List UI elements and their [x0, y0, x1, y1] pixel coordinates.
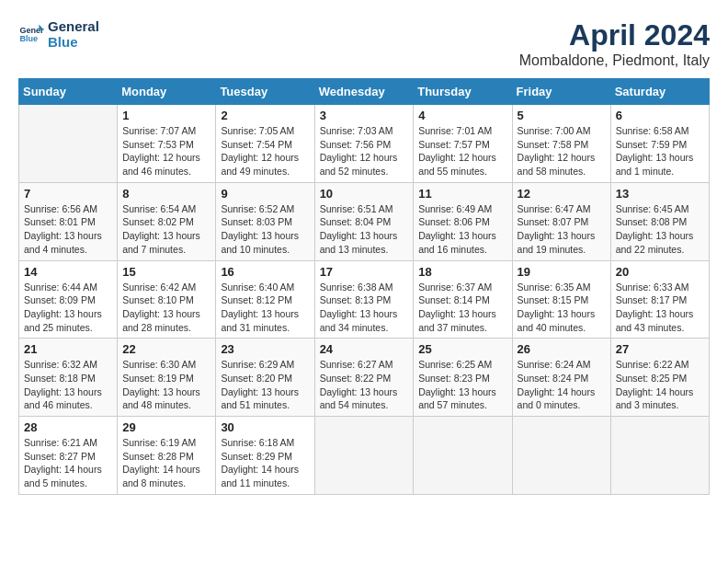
day-info: Sunrise: 6:51 AMSunset: 8:04 PMDaylight:… — [320, 202, 409, 257]
day-info: Sunrise: 6:18 AMSunset: 8:29 PMDaylight:… — [221, 436, 309, 490]
col-header-wednesday: Wednesday — [314, 79, 414, 105]
day-number: 4 — [418, 109, 506, 122]
header: General Blue General Blue April 2024 Mom… — [18, 18, 710, 69]
calendar-cell — [414, 417, 512, 495]
day-number: 1 — [122, 109, 210, 122]
day-info: Sunrise: 6:27 AMSunset: 8:22 PMDaylight:… — [320, 358, 409, 412]
day-info: Sunrise: 6:56 AMSunset: 8:01 PMDaylight:… — [24, 202, 112, 257]
calendar-table: SundayMondayTuesdayWednesdayThursdayFrid… — [18, 78, 710, 495]
calendar-cell — [512, 417, 610, 495]
day-info: Sunrise: 6:58 AMSunset: 7:59 PMDaylight:… — [616, 124, 704, 178]
day-number: 24 — [320, 342, 409, 356]
calendar-cell: 26Sunrise: 6:24 AMSunset: 8:24 PMDayligh… — [512, 339, 610, 417]
calendar-cell: 12Sunrise: 6:47 AMSunset: 8:07 PMDayligh… — [512, 182, 610, 260]
calendar-cell: 16Sunrise: 6:40 AMSunset: 8:12 PMDayligh… — [216, 260, 314, 339]
calendar-cell: 7Sunrise: 6:56 AMSunset: 8:01 PMDaylight… — [19, 182, 118, 260]
calendar-cell: 21Sunrise: 6:32 AMSunset: 8:18 PMDayligh… — [19, 339, 118, 417]
day-number: 2 — [221, 109, 309, 122]
day-number: 20 — [616, 265, 704, 279]
calendar-cell — [610, 417, 709, 495]
day-number: 9 — [221, 187, 309, 201]
title-area: April 2024 Mombaldone, Piedmont, Italy — [519, 18, 710, 69]
day-number: 28 — [24, 420, 112, 434]
calendar-cell — [314, 417, 414, 495]
day-info: Sunrise: 6:37 AMSunset: 8:14 PMDaylight:… — [418, 281, 506, 335]
logo-general: General — [48, 18, 99, 34]
day-info: Sunrise: 6:49 AMSunset: 8:06 PMDaylight:… — [418, 202, 506, 257]
day-number: 6 — [616, 109, 704, 122]
day-info: Sunrise: 6:52 AMSunset: 8:03 PMDaylight:… — [221, 202, 309, 257]
day-info: Sunrise: 7:01 AMSunset: 7:57 PMDaylight:… — [418, 124, 506, 178]
calendar-cell: 8Sunrise: 6:54 AMSunset: 8:02 PMDaylight… — [118, 182, 216, 260]
week-row-1: 1Sunrise: 7:07 AMSunset: 7:53 PMDaylight… — [19, 105, 710, 183]
week-row-5: 28Sunrise: 6:21 AMSunset: 8:27 PMDayligh… — [19, 417, 710, 495]
calendar-cell — [19, 105, 118, 183]
day-info: Sunrise: 6:45 AMSunset: 8:08 PMDaylight:… — [616, 202, 704, 257]
day-number: 8 — [122, 187, 210, 201]
calendar-cell: 29Sunrise: 6:19 AMSunset: 8:28 PMDayligh… — [118, 417, 216, 495]
logo-icon: General Blue — [18, 21, 44, 47]
day-number: 3 — [320, 109, 409, 122]
day-number: 12 — [518, 187, 606, 201]
calendar-cell: 9Sunrise: 6:52 AMSunset: 8:03 PMDaylight… — [216, 182, 314, 260]
col-header-tuesday: Tuesday — [216, 79, 314, 105]
day-info: Sunrise: 6:42 AMSunset: 8:10 PMDaylight:… — [122, 281, 210, 335]
day-number: 13 — [616, 187, 704, 201]
calendar-cell: 2Sunrise: 7:05 AMSunset: 7:54 PMDaylight… — [216, 105, 314, 183]
calendar-cell: 20Sunrise: 6:33 AMSunset: 8:17 PMDayligh… — [610, 260, 709, 339]
day-number: 16 — [221, 265, 309, 279]
calendar-cell: 30Sunrise: 6:18 AMSunset: 8:29 PMDayligh… — [216, 417, 314, 495]
calendar-cell: 18Sunrise: 6:37 AMSunset: 8:14 PMDayligh… — [414, 260, 512, 339]
svg-text:Blue: Blue — [19, 34, 38, 43]
calendar-cell: 10Sunrise: 6:51 AMSunset: 8:04 PMDayligh… — [314, 182, 414, 260]
day-info: Sunrise: 6:30 AMSunset: 8:19 PMDaylight:… — [122, 358, 210, 412]
logo: General Blue General Blue — [18, 18, 99, 50]
day-number: 30 — [221, 420, 309, 434]
calendar-cell: 13Sunrise: 6:45 AMSunset: 8:08 PMDayligh… — [610, 182, 709, 260]
day-info: Sunrise: 6:54 AMSunset: 8:02 PMDaylight:… — [122, 202, 210, 257]
day-number: 14 — [24, 265, 112, 279]
day-number: 7 — [24, 187, 112, 201]
logo-blue: Blue — [48, 34, 99, 50]
calendar-cell: 1Sunrise: 7:07 AMSunset: 7:53 PMDaylight… — [118, 105, 216, 183]
day-info: Sunrise: 6:35 AMSunset: 8:15 PMDaylight:… — [518, 281, 606, 335]
calendar-cell: 3Sunrise: 7:03 AMSunset: 7:56 PMDaylight… — [314, 105, 414, 183]
calendar-cell: 11Sunrise: 6:49 AMSunset: 8:06 PMDayligh… — [414, 182, 512, 260]
col-header-friday: Friday — [512, 79, 610, 105]
month-title: April 2024 — [519, 18, 710, 52]
day-info: Sunrise: 7:03 AMSunset: 7:56 PMDaylight:… — [320, 124, 409, 178]
day-number: 5 — [518, 109, 606, 122]
day-number: 11 — [418, 187, 506, 201]
calendar-cell: 25Sunrise: 6:25 AMSunset: 8:23 PMDayligh… — [414, 339, 512, 417]
calendar-cell: 19Sunrise: 6:35 AMSunset: 8:15 PMDayligh… — [512, 260, 610, 339]
location: Mombaldone, Piedmont, Italy — [519, 52, 710, 69]
day-number: 17 — [320, 265, 409, 279]
calendar-cell: 14Sunrise: 6:44 AMSunset: 8:09 PMDayligh… — [19, 260, 118, 339]
day-number: 10 — [320, 187, 409, 201]
day-info: Sunrise: 6:38 AMSunset: 8:13 PMDaylight:… — [320, 281, 409, 335]
col-header-monday: Monday — [118, 79, 216, 105]
day-number: 15 — [122, 265, 210, 279]
col-header-thursday: Thursday — [414, 79, 512, 105]
calendar-cell: 27Sunrise: 6:22 AMSunset: 8:25 PMDayligh… — [610, 339, 709, 417]
col-header-saturday: Saturday — [610, 79, 709, 105]
day-number: 21 — [24, 342, 112, 356]
day-number: 29 — [122, 420, 210, 434]
day-info: Sunrise: 7:00 AMSunset: 7:58 PMDaylight:… — [518, 124, 606, 178]
calendar-cell: 28Sunrise: 6:21 AMSunset: 8:27 PMDayligh… — [19, 417, 118, 495]
day-info: Sunrise: 6:44 AMSunset: 8:09 PMDaylight:… — [24, 281, 112, 335]
day-number: 23 — [221, 342, 309, 356]
day-number: 26 — [518, 342, 606, 356]
day-info: Sunrise: 6:24 AMSunset: 8:24 PMDaylight:… — [518, 358, 606, 412]
col-header-sunday: Sunday — [19, 79, 118, 105]
calendar-cell: 6Sunrise: 6:58 AMSunset: 7:59 PMDaylight… — [610, 105, 709, 183]
day-info: Sunrise: 7:07 AMSunset: 7:53 PMDaylight:… — [122, 124, 210, 178]
day-number: 27 — [616, 342, 704, 356]
calendar-cell: 24Sunrise: 6:27 AMSunset: 8:22 PMDayligh… — [314, 339, 414, 417]
week-row-2: 7Sunrise: 6:56 AMSunset: 8:01 PMDaylight… — [19, 182, 710, 260]
day-info: Sunrise: 6:40 AMSunset: 8:12 PMDaylight:… — [221, 281, 309, 335]
day-info: Sunrise: 6:47 AMSunset: 8:07 PMDaylight:… — [518, 202, 606, 257]
day-info: Sunrise: 6:29 AMSunset: 8:20 PMDaylight:… — [221, 358, 309, 412]
day-info: Sunrise: 6:21 AMSunset: 8:27 PMDaylight:… — [24, 436, 112, 490]
week-row-4: 21Sunrise: 6:32 AMSunset: 8:18 PMDayligh… — [19, 339, 710, 417]
